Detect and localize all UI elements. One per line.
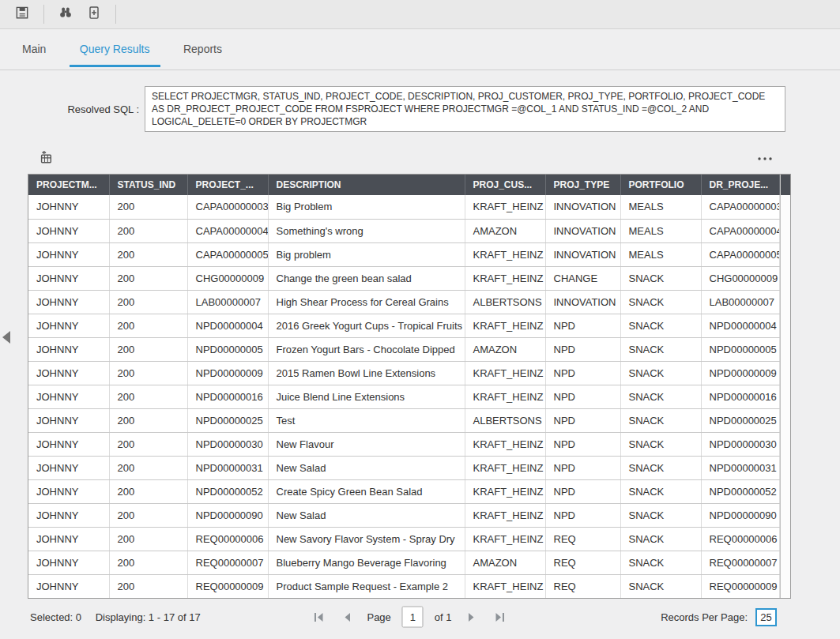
page-input[interactable] bbox=[402, 607, 424, 628]
cell-proj-type: INNOVATION bbox=[545, 195, 620, 219]
column-header[interactable]: DR_PROJE... bbox=[701, 175, 779, 195]
column-header[interactable]: PROJECT_... bbox=[187, 175, 268, 195]
cell-proj-customer: KRAFT_HEINZ bbox=[465, 527, 545, 551]
vertical-scrollbar[interactable] bbox=[780, 175, 791, 598]
column-header-label: STATUS_IND bbox=[118, 179, 176, 190]
column-header-label: PROJECT_... bbox=[196, 179, 254, 190]
cell-status-ind: 200 bbox=[109, 361, 187, 385]
table-row[interactable]: JOHNNY 200 CAPA00000004 Something's wron… bbox=[28, 219, 779, 242]
cell-dr-project-code: NPD00000030 bbox=[701, 432, 779, 456]
table-row[interactable]: JOHNNY 200 NPD00000031 New Salad KRAFT_H… bbox=[28, 456, 779, 479]
save-button[interactable] bbox=[10, 3, 34, 25]
cell-portfolio: SNACK bbox=[620, 314, 701, 337]
cell-description: Blueberry Mango Beverage Flavoring bbox=[268, 551, 465, 574]
tab-bar: Main Query Results Reports bbox=[0, 29, 840, 70]
cell-dr-project-code: NPD00000004 bbox=[701, 314, 779, 337]
cell-proj-type: NPD bbox=[545, 479, 620, 503]
cell-description: Juice Blend Line Extensions bbox=[268, 385, 465, 408]
collapse-panel-arrow-icon[interactable] bbox=[2, 331, 10, 344]
cell-status-ind: 200 bbox=[109, 337, 187, 361]
table-row[interactable]: JOHNNY 200 REQ00000006 New Savory Flavor… bbox=[28, 527, 779, 551]
next-page-button[interactable] bbox=[463, 611, 480, 623]
cell-status-ind: 200 bbox=[109, 527, 187, 551]
last-page-button[interactable] bbox=[492, 611, 509, 623]
cell-project-code: REQ00000007 bbox=[187, 551, 268, 574]
results-table: PROJECTM... STATUS_IND PROJECT_... DESCR… bbox=[28, 175, 780, 598]
cell-proj-type: INNOVATION bbox=[545, 290, 620, 314]
column-header[interactable]: PORTFOLIO bbox=[620, 175, 701, 195]
table-row[interactable]: JOHNNY 200 CAPA00000005 Big problem KRAF… bbox=[28, 242, 779, 266]
selected-count: Selected: 0 bbox=[30, 611, 81, 623]
cell-proj-customer: KRAFT_HEINZ bbox=[465, 361, 545, 385]
page-count-label: of 1 bbox=[435, 611, 452, 623]
cell-projectmgr: JOHNNY bbox=[28, 432, 109, 456]
more-options-button[interactable] bbox=[756, 152, 774, 166]
toolbar-separator bbox=[43, 5, 44, 24]
binoculars-icon bbox=[58, 5, 73, 24]
table-row[interactable]: JOHNNY 200 NPD00000025 Test ALBERTSONS N… bbox=[28, 408, 779, 432]
cell-proj-type: INNOVATION bbox=[545, 242, 620, 266]
table-row[interactable]: JOHNNY 200 CAPA00000003 Big Problem KRAF… bbox=[28, 195, 779, 219]
column-header[interactable]: DESCRIPTION bbox=[268, 175, 465, 195]
table-row[interactable]: JOHNNY 200 NPD00000005 Frozen Yogurt Bar… bbox=[28, 337, 779, 361]
cell-dr-project-code: NPD00000016 bbox=[701, 385, 779, 408]
cell-proj-customer: KRAFT_HEINZ bbox=[465, 503, 545, 527]
column-header-label: PROJ_CUS... bbox=[473, 179, 533, 190]
tab-reports[interactable]: Reports bbox=[173, 43, 232, 67]
cell-dr-project-code: NPD00000090 bbox=[701, 503, 779, 527]
column-header[interactable]: PROJECTM... bbox=[28, 175, 109, 195]
grid-header-row: PROJECTM... STATUS_IND PROJECT_... DESCR… bbox=[28, 175, 779, 195]
find-button[interactable] bbox=[54, 3, 77, 25]
table-row[interactable]: JOHNNY 200 NPD00000030 New Flavour KRAFT… bbox=[28, 432, 779, 456]
cell-project-code: NPD00000031 bbox=[187, 456, 268, 479]
cell-project-code: LAB00000007 bbox=[187, 290, 268, 314]
cell-projectmgr: JOHNNY bbox=[28, 408, 109, 432]
cell-project-code: NPD00000005 bbox=[187, 337, 268, 361]
column-header[interactable]: PROJ_CUS... bbox=[465, 175, 545, 195]
column-header-label: DESCRIPTION bbox=[277, 179, 341, 190]
table-row[interactable]: JOHNNY 200 REQ00000007 Blueberry Mango B… bbox=[28, 551, 779, 574]
prev-page-button[interactable] bbox=[338, 611, 356, 623]
ellipsis-icon bbox=[756, 152, 774, 166]
first-page-button[interactable] bbox=[310, 611, 327, 623]
cell-proj-type: NPD bbox=[545, 503, 620, 527]
export-table-button[interactable] bbox=[39, 150, 53, 167]
cell-status-ind: 200 bbox=[109, 456, 187, 479]
cell-description: Change the green bean salad bbox=[268, 266, 465, 290]
displaying-range: Displaying: 1 - 17 of 17 bbox=[96, 611, 201, 623]
table-row[interactable]: JOHNNY 200 NPD00000004 2016 Greek Yogurt… bbox=[28, 314, 779, 337]
cell-projectmgr: JOHNNY bbox=[28, 195, 109, 219]
table-row[interactable]: JOHNNY 200 NPD00000090 New Salad KRAFT_H… bbox=[28, 503, 779, 527]
grid-footer: Selected: 0 Displaying: 1 - 17 of 17 Pag… bbox=[28, 603, 791, 630]
tab-query-results[interactable]: Query Results bbox=[70, 43, 160, 67]
table-row[interactable]: JOHNNY 200 NPD00000052 Create Spicy Gree… bbox=[28, 479, 779, 503]
table-row[interactable]: JOHNNY 200 LAB00000007 High Shear Proces… bbox=[28, 290, 779, 314]
cell-description: 2016 Greek Yogurt Cups - Tropical Fruits bbox=[268, 314, 465, 337]
cell-proj-type: REQ bbox=[545, 551, 620, 574]
cell-portfolio: SNACK bbox=[620, 408, 701, 432]
cell-projectmgr: JOHNNY bbox=[28, 527, 109, 551]
resolved-sql-label: Resolved SQL : bbox=[0, 103, 145, 115]
cell-status-ind: 200 bbox=[109, 195, 187, 219]
table-row[interactable]: JOHNNY 200 CHG00000009 Change the green … bbox=[28, 266, 779, 290]
cell-description: Test bbox=[268, 408, 465, 432]
cell-portfolio: SNACK bbox=[620, 551, 701, 574]
table-row[interactable]: JOHNNY 200 NPD00000016 Juice Blend Line … bbox=[28, 385, 779, 408]
records-per-page-input[interactable] bbox=[755, 608, 777, 626]
cell-dr-project-code: CAPA00000005 bbox=[701, 242, 779, 266]
cell-dr-project-code: NPD00000025 bbox=[701, 408, 779, 432]
cell-proj-type: NPD bbox=[545, 337, 620, 361]
tab-main[interactable]: Main bbox=[12, 43, 56, 67]
table-row[interactable]: JOHNNY 200 REQ00000009 Product Sample Re… bbox=[28, 574, 779, 598]
cell-dr-project-code: CAPA00000003 bbox=[701, 195, 779, 219]
cell-projectmgr: JOHNNY bbox=[28, 219, 109, 242]
cell-project-code: NPD00000030 bbox=[187, 432, 268, 456]
cell-proj-customer: KRAFT_HEINZ bbox=[465, 266, 545, 290]
column-header[interactable]: PROJ_TYPE bbox=[545, 175, 620, 195]
column-header[interactable]: STATUS_IND bbox=[109, 175, 187, 195]
cell-projectmgr: JOHNNY bbox=[28, 551, 109, 574]
new-document-button[interactable] bbox=[82, 3, 106, 25]
table-row[interactable]: JOHNNY 200 NPD00000009 2015 Ramen Bowl L… bbox=[28, 361, 779, 385]
cell-projectmgr: JOHNNY bbox=[28, 456, 109, 479]
cell-portfolio: SNACK bbox=[620, 290, 701, 314]
